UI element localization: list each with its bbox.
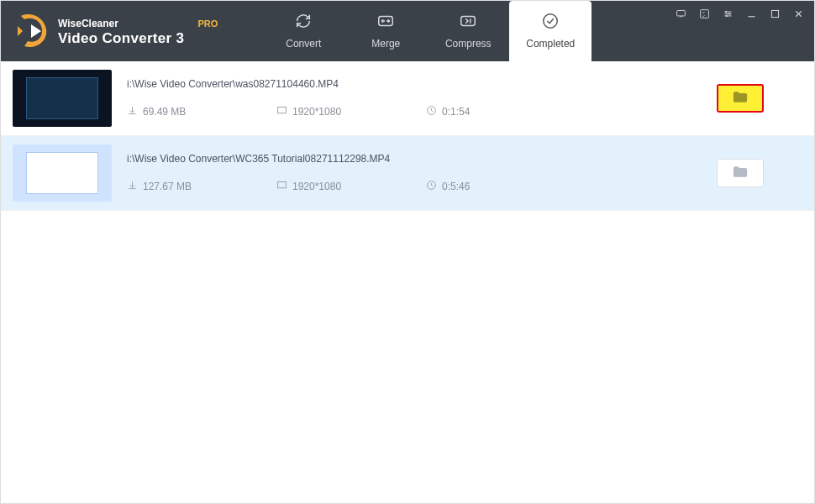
product-name: Video Converter 3 <box>58 30 218 47</box>
folder-icon <box>733 91 748 107</box>
filesize-icon <box>127 105 138 118</box>
tab-completed[interactable]: Completed <box>509 1 592 61</box>
file-size: 127.67 MB <box>127 180 276 193</box>
resolution-value: 1920*1080 <box>292 181 341 192</box>
merge-icon <box>376 12 395 33</box>
brand-pro-badge: PRO <box>197 18 218 29</box>
svg-rect-3 <box>676 10 685 16</box>
svg-rect-8 <box>771 10 778 17</box>
tab-compress[interactable]: Compress <box>427 1 509 61</box>
main-tabs: Convert Merge Compress <box>262 1 592 61</box>
svg-rect-0 <box>379 16 393 25</box>
tab-merge[interactable]: Merge <box>344 1 427 61</box>
item-meta: 127.67 MB 1920*1080 0:5:46 <box>127 180 717 193</box>
app-logo-block: WiseCleaner PRO Video Converter 3 <box>1 1 233 61</box>
tab-label: Compress <box>445 38 492 50</box>
minimize-button[interactable] <box>740 4 762 23</box>
tab-label: Convert <box>286 38 321 50</box>
refresh-icon <box>294 12 313 33</box>
clock-icon <box>426 180 437 193</box>
brand-text: WiseCleaner PRO Video Converter 3 <box>58 14 218 48</box>
completed-list: i:\Wise Video Converter\was08271104460.M… <box>1 61 814 211</box>
item-meta: 69.49 MB 1920*1080 0:1:54 <box>127 105 717 118</box>
window-controls <box>670 4 809 23</box>
tab-convert[interactable]: Convert <box>262 1 344 61</box>
file-size-value: 69.49 MB <box>143 106 186 118</box>
maximize-button[interactable] <box>764 4 786 23</box>
svg-point-6 <box>728 13 730 14</box>
svg-point-7 <box>726 15 728 17</box>
check-circle-icon <box>541 12 560 33</box>
video-thumbnail <box>13 70 112 127</box>
video-thumbnail <box>13 144 112 202</box>
app-logo-icon <box>16 13 50 50</box>
list-item[interactable]: i:\Wise Video Converter\WC365 Tutorial08… <box>1 136 814 211</box>
resolution: 1920*1080 <box>276 105 426 118</box>
duration-value: 0:1:54 <box>442 106 470 118</box>
file-path: i:\Wise Video Converter\WC365 Tutorial08… <box>127 153 717 165</box>
tab-label: Merge <box>371 38 400 50</box>
duration: 0:1:54 <box>426 105 470 118</box>
file-size: 69.49 MB <box>127 105 276 118</box>
resolution-icon <box>276 180 287 193</box>
resolution-icon <box>276 105 287 118</box>
svg-point-5 <box>725 11 727 13</box>
resolution: 1920*1080 <box>276 180 426 193</box>
item-info: i:\Wise Video Converter\was08271104460.M… <box>127 78 717 118</box>
file-size-value: 127.67 MB <box>143 181 192 192</box>
open-folder-button[interactable] <box>717 84 764 113</box>
folder-icon <box>733 165 748 181</box>
svg-rect-9 <box>278 107 287 113</box>
resolution-value: 1920*1080 <box>292 106 341 118</box>
duration-value: 0:5:46 <box>442 181 470 192</box>
open-folder-button[interactable] <box>717 159 764 187</box>
tab-label: Completed <box>526 38 575 50</box>
filesize-icon <box>127 180 138 193</box>
brand-name: WiseCleaner <box>58 18 118 29</box>
item-info: i:\Wise Video Converter\WC365 Tutorial08… <box>127 153 717 193</box>
compress-icon <box>459 12 477 33</box>
svg-rect-4 <box>700 9 708 18</box>
settings-button[interactable] <box>717 4 739 23</box>
duration: 0:5:46 <box>426 180 470 193</box>
svg-point-2 <box>544 13 558 28</box>
file-path: i:\Wise Video Converter\was08271104460.M… <box>127 78 717 90</box>
list-item[interactable]: i:\Wise Video Converter\was08271104460.M… <box>1 61 814 136</box>
titlebar: WiseCleaner PRO Video Converter 3 Conver… <box>1 1 814 61</box>
close-button[interactable] <box>787 4 809 23</box>
tasklist-button[interactable] <box>693 4 715 23</box>
clock-icon <box>426 105 437 118</box>
svg-rect-11 <box>278 181 287 187</box>
feedback-button[interactable] <box>670 4 691 23</box>
